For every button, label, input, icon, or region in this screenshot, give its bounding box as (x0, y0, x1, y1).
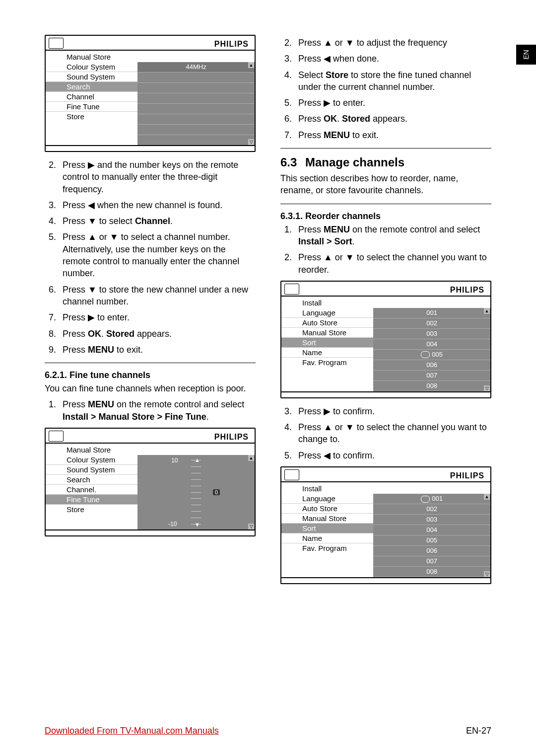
step-item: Press ▲ or ▼ to select a channel number.… (59, 231, 256, 279)
menu-item: Fav. Program (281, 543, 373, 553)
channel-value: 002 (373, 318, 490, 329)
tv-icon (49, 431, 64, 442)
channel-value: 007 (373, 556, 490, 567)
menu-title: Manual Store (46, 444, 255, 455)
menu-item: Fav. Program (281, 358, 373, 367)
menu-item: Manual Store (281, 328, 373, 338)
step-item: Press ▲ or ▼ to adjust the frequency (294, 37, 491, 49)
footer-link[interactable]: Downloaded From TV-Manual.com Manuals (45, 726, 219, 736)
brand-logo: PHILIPS (450, 471, 484, 480)
step-item: Select Store to store the fine tuned cha… (294, 69, 491, 93)
menu-item: Sound System (46, 72, 137, 82)
channel-value: 008 (373, 567, 490, 577)
right-column: Press ▲ or ▼ to adjust the frequencyPres… (280, 35, 491, 591)
step-item: Press OK. Stored appears. (59, 328, 256, 340)
heading-63: 6.3Manage channels (280, 155, 491, 169)
menu-item: Manual Store (281, 514, 373, 524)
menu-title: Install (281, 482, 490, 494)
scale-top: 10 (171, 457, 178, 464)
tv-icon (49, 38, 64, 49)
menu-item: Fine Tune (46, 495, 137, 505)
menu-install-1: PHILIPS Install LanguageAuto StoreManual… (280, 281, 491, 398)
menu-item: Search (46, 475, 137, 485)
subheading-631: 6.3.1. Reorder channels (280, 211, 491, 222)
scroll-up-icon: ▲ (248, 62, 254, 68)
step-item: Press ▶ to confirm. (294, 405, 491, 417)
channel-value: 005 (373, 535, 490, 546)
menu-item: Auto Store (281, 318, 373, 328)
menu-manual-store-1: PHILIPS Manual Store Colour SystemSound … (45, 35, 256, 152)
step-item: Press ◀ when done. (294, 53, 491, 65)
intro-text: This section describes how to reorder, n… (280, 172, 491, 197)
step-item: Press OK. Stored appears. (294, 113, 491, 125)
brand-logo: PHILIPS (214, 40, 249, 49)
channel-value: 001 (373, 308, 490, 318)
channel-value: 001 (373, 494, 490, 504)
step-item: Press ▼ to store the new channel under a… (59, 284, 256, 308)
channel-value: 008 (373, 381, 490, 391)
steps-list: Press ▲ or ▼ to adjust the frequencyPres… (280, 37, 491, 141)
steps-list: Press ▶ and the number keys on the remot… (45, 159, 256, 356)
menu-item: Channel. (46, 485, 137, 495)
scroll-up-icon: ▲ (248, 455, 254, 461)
menu-item: Sort (281, 524, 373, 533)
step-item: Press MENU to exit. (59, 344, 256, 356)
step-item: Press ▼ to select Channel. (59, 215, 256, 227)
menu-item: Search (46, 82, 137, 92)
step-item: Press MENU on the remote control and sel… (294, 224, 491, 248)
menu-item: Channel (46, 92, 137, 102)
step-item: Press ◀ when the new channel is found. (59, 199, 256, 211)
page-number: EN-27 (466, 726, 491, 736)
tv-icon (284, 284, 299, 295)
menu-value: 44MHz (137, 62, 255, 73)
step-item: Press MENU on the remote control and sel… (59, 398, 256, 423)
steps-list: Press ▶ to confirm.Press ▲ or ▼ to selec… (280, 405, 491, 461)
menu-title: Install (281, 297, 490, 308)
menu-item: Language (281, 308, 373, 318)
step-item: Press ▶ and the number keys on the remot… (59, 159, 256, 195)
menu-item: Name (281, 533, 373, 543)
down-arrow-icon: ▼ (195, 522, 200, 528)
step-item: Press MENU to exit. (294, 129, 491, 141)
scale-bottom: -10 (168, 521, 177, 528)
channel-value: 004 (373, 339, 490, 350)
intro-text: You can fine tune channels when receptio… (45, 382, 256, 394)
channel-value: 003 (373, 329, 490, 339)
left-column: PHILIPS Manual Store Colour SystemSound … (45, 35, 256, 591)
channel-value: 007 (373, 371, 490, 381)
menu-item: Sound System (46, 465, 137, 475)
menu-item: Auto Store (281, 504, 373, 514)
step-item: Press ▶ to enter. (59, 311, 256, 323)
menu-install-2: PHILIPS Install LanguageAuto StoreManual… (280, 466, 491, 584)
menu-title: Manual Store (46, 51, 255, 62)
channel-value: 005 (373, 350, 490, 360)
menu-item: Sort (281, 338, 373, 348)
tv-icon (284, 469, 299, 480)
return-icon (421, 351, 430, 358)
channel-value: 003 (373, 515, 490, 525)
step-item: Press ▶ to enter. (294, 97, 491, 109)
brand-logo: PHILIPS (214, 433, 249, 442)
language-tab: EN (516, 45, 536, 65)
channel-value: 006 (373, 360, 490, 371)
menu-item: Fine Tune (46, 102, 137, 112)
menu-manual-store-2: PHILIPS Manual Store Colour SystemSound … (45, 428, 256, 536)
menu-item: Name (281, 348, 373, 358)
slider-value: 0 (213, 489, 220, 495)
channel-value: 004 (373, 525, 490, 535)
channel-value: 002 (373, 504, 490, 515)
brand-logo: PHILIPS (450, 286, 484, 295)
menu-item: Colour System (46, 455, 137, 465)
menu-item: Language (281, 494, 373, 504)
subheading-621: 6.2.1. Fine tune channels (45, 370, 256, 380)
steps-list: Press MENU on the remote control and sel… (45, 398, 256, 423)
return-icon (421, 496, 430, 503)
step-item: Press ▲ or ▼ to select the channel you w… (294, 421, 491, 446)
channel-value: 006 (373, 546, 490, 556)
menu-item: Store (46, 505, 137, 514)
step-item: Press ▲ or ▼ to select the channel you w… (294, 251, 491, 276)
scroll-down-icon: ▽ (248, 524, 254, 529)
menu-item: Store (46, 112, 137, 121)
step-item: Press ◀ to confirm. (294, 450, 491, 461)
steps-list: Press MENU on the remote control and sel… (280, 224, 491, 276)
